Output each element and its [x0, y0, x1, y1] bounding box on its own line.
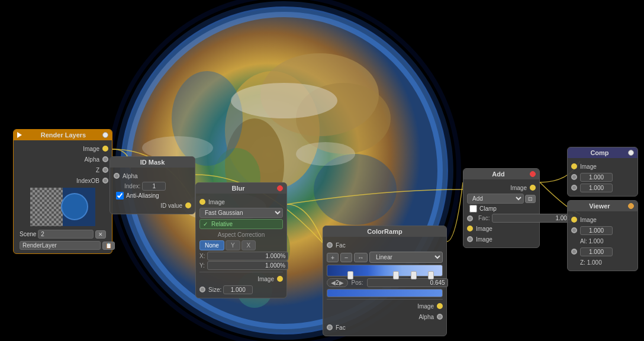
ramp-handle-3[interactable] — [411, 271, 417, 279]
cr-fac-output-socket[interactable] — [327, 324, 333, 330]
comp-header[interactable]: Comp — [568, 147, 637, 158]
fac-input[interactable] — [492, 214, 573, 223]
add-input2-socket[interactable] — [467, 236, 473, 242]
comp-1-socket[interactable] — [571, 174, 577, 180]
index-input[interactable] — [142, 182, 166, 191]
add-input2-row: Image — [467, 234, 536, 244]
comp-2-socket[interactable] — [571, 185, 577, 191]
output-idvalue-socket[interactable] — [185, 202, 191, 208]
blur-output-socket[interactable] — [277, 276, 283, 282]
cr-alpha-output-socket[interactable] — [437, 314, 443, 320]
render-layers-header[interactable]: Render Layers — [14, 130, 112, 140]
ramp-mode-dropdown[interactable]: Linear — [369, 252, 443, 263]
comp-image-socket[interactable] — [571, 163, 577, 169]
svg-point-26 — [62, 194, 88, 220]
blur-title: Blur — [199, 185, 277, 192]
output-alpha-socket[interactable] — [102, 156, 108, 162]
filter-dropdown[interactable]: Fast Gaussian — [199, 208, 283, 218]
output-z-socket[interactable] — [102, 167, 108, 173]
blur-size-input[interactable] — [223, 285, 253, 294]
viewer-image-label: Image — [580, 217, 597, 223]
cr-fac-socket[interactable] — [327, 242, 333, 248]
comp-1-input[interactable] — [580, 173, 613, 182]
blur-input-socket[interactable] — [199, 199, 205, 205]
colorramp-node[interactable]: ColorRamp Fac + − ↔ Linear ◀ 2 ▶ P — [323, 226, 447, 336]
scene-close-btn[interactable]: ✕ — [95, 230, 106, 239]
index-label: Index: — [124, 183, 140, 189]
ramp-arrows-btn[interactable]: ↔ — [354, 253, 368, 262]
y-label: Y: — [199, 262, 205, 269]
scene-label: Scene — [20, 231, 36, 237]
none-btn[interactable]: None — [199, 240, 224, 250]
viewer-header[interactable]: Viewer — [568, 201, 637, 211]
add-image-output-socket[interactable] — [530, 185, 536, 191]
blur-size-socket[interactable] — [199, 287, 205, 292]
blur-output-row: Image — [199, 274, 283, 284]
input-alpha-socket[interactable] — [114, 173, 120, 179]
viewer-body: Image Al: 1.000 Z: 1.000 — [568, 211, 637, 271]
cr-image-output-socket[interactable] — [437, 303, 443, 309]
ramp-controls: + − ↔ Linear — [327, 252, 443, 263]
colorramp-header[interactable]: ColorRamp — [323, 226, 446, 237]
add-input1-socket[interactable] — [467, 226, 473, 231]
viewer-image-socket[interactable] — [571, 217, 577, 223]
render-layer-btn[interactable]: 📋 — [102, 242, 115, 250]
add-op-btn[interactable]: ⊡ — [525, 195, 536, 203]
blur-input-label: Image — [208, 199, 225, 205]
scene-input[interactable] — [38, 230, 94, 239]
render-layers-dot — [102, 132, 108, 138]
comp-dot — [628, 150, 634, 156]
viewer-al-input[interactable] — [580, 226, 613, 235]
relative-row[interactable]: ✓ Relative — [199, 219, 283, 229]
pos-input[interactable] — [367, 278, 448, 287]
ramp-minus-btn[interactable]: − — [340, 253, 352, 262]
blur-dot — [277, 185, 283, 191]
viewer-node[interactable]: Viewer Image Al: 1.000 Z: 1.000 — [567, 200, 638, 271]
comp-2-input[interactable] — [580, 184, 613, 192]
x-btn[interactable]: X — [242, 240, 256, 250]
output-image-label: Image — [83, 146, 99, 152]
output-image-row: Image — [17, 144, 108, 153]
id-mask-header[interactable]: ID Mask — [110, 157, 195, 168]
viewer-al-row — [571, 226, 634, 235]
clamp-label: Clamp — [479, 205, 497, 212]
viewer-al-socket[interactable] — [571, 227, 577, 233]
x-value-row: X: — [199, 252, 283, 260]
viewer-z-socket[interactable] — [571, 249, 577, 255]
add-image-output-row: Image — [467, 183, 536, 192]
y-input[interactable] — [207, 261, 288, 270]
add-header[interactable]: Add — [463, 169, 539, 179]
output-image-socket[interactable] — [102, 146, 108, 152]
viewer-z-input[interactable] — [580, 247, 613, 256]
blur-header[interactable]: Blur — [196, 183, 286, 194]
viewer-image-row: Image — [571, 215, 634, 224]
colorramp-title: ColorRamp — [327, 228, 443, 235]
ramp-handle-1[interactable] — [347, 271, 353, 279]
render-layer-input[interactable] — [20, 241, 101, 250]
cr-divider — [327, 299, 443, 300]
comp-node[interactable]: Comp Image — [567, 147, 638, 197]
color-swatch[interactable] — [327, 289, 443, 297]
render-layers-node[interactable]: Render Layers Image Alpha Z IndexOB — [13, 129, 112, 254]
add-operation-dropdown[interactable]: Add — [467, 194, 524, 204]
y-btn[interactable]: Y — [226, 240, 240, 250]
fac-socket[interactable] — [467, 215, 473, 221]
blur-input-row: Image — [199, 197, 283, 207]
clamp-checkbox[interactable] — [469, 205, 477, 213]
add-node[interactable]: Add Image Add ⊡ Clamp Fac: Image I — [463, 168, 540, 248]
output-indexob-socket[interactable] — [102, 178, 108, 184]
add-input1-row: Image — [467, 224, 536, 233]
stop-number[interactable]: ◀ 2 ▶ — [327, 278, 348, 287]
index-row: Index: — [114, 182, 191, 191]
cr-alpha-output-label: Alpha — [418, 314, 434, 320]
ramp-plus-btn[interactable]: + — [327, 253, 339, 262]
ramp-handle-2[interactable] — [393, 271, 399, 279]
anti-aliasing-checkbox[interactable] — [116, 192, 124, 200]
x-input[interactable] — [207, 252, 288, 260]
viewer-dot — [628, 203, 634, 209]
ramp-handle-4[interactable] — [428, 271, 434, 279]
blur-node[interactable]: Blur Image Fast Gaussian ✓ Relative Aspe… — [195, 182, 287, 298]
x-label: X: — [199, 253, 205, 259]
color-ramp-bar[interactable] — [327, 265, 443, 276]
id-mask-node[interactable]: ID Mask Alpha Index: Anti-Aliasing ID va… — [110, 156, 195, 214]
